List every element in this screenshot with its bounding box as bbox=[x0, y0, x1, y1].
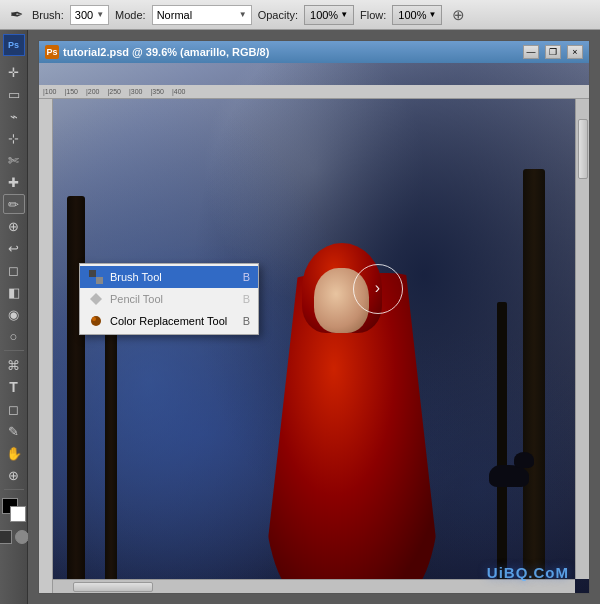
brush-tool-menu-icon bbox=[88, 269, 104, 285]
crop-tool-btn[interactable]: ⊹ bbox=[3, 128, 25, 148]
flow-label: Flow: bbox=[360, 9, 386, 21]
menu-item-pencil-tool[interactable]: Pencil Tool B bbox=[80, 288, 258, 310]
color-replacement-icon bbox=[88, 313, 104, 329]
mode-label: Mode: bbox=[115, 9, 146, 21]
canvas-area[interactable]: Ps tutorial2.psd @ 39.6% (amarillo, RGB/… bbox=[28, 30, 600, 604]
gradient-tool-btn[interactable]: ◧ bbox=[3, 282, 25, 302]
flow-value: 100% bbox=[398, 9, 426, 21]
canvas-figure bbox=[202, 173, 482, 593]
pencil-tool-menu-icon bbox=[88, 291, 104, 307]
v-scrollbar[interactable] bbox=[575, 99, 589, 579]
svg-rect-1 bbox=[96, 277, 103, 284]
mode-dropdown[interactable]: Normal ▼ bbox=[152, 5, 252, 25]
v-ruler bbox=[39, 99, 53, 593]
wolf-silhouette bbox=[484, 452, 534, 487]
clone-tool-btn[interactable]: ⊕ bbox=[3, 216, 25, 236]
marquee-tool-btn[interactable]: ▭ bbox=[3, 84, 25, 104]
brush-size-arrow: ▼ bbox=[96, 10, 104, 19]
blur-tool-btn[interactable]: ◉ bbox=[3, 304, 25, 324]
tree-right-1 bbox=[523, 169, 545, 593]
v-scrollbar-thumb[interactable] bbox=[578, 119, 588, 179]
canvas-titlebar: Ps tutorial2.psd @ 39.6% (amarillo, RGB/… bbox=[39, 41, 589, 63]
eyedropper-tool-btn[interactable]: ✄ bbox=[3, 150, 25, 170]
menu-item-brush-tool[interactable]: Brush Tool B bbox=[80, 266, 258, 288]
healing-tool-btn[interactable]: ✚ bbox=[3, 172, 25, 192]
opacity-input[interactable]: 100% ▼ bbox=[304, 5, 354, 25]
context-menu: Brush Tool B Pencil Tool B bbox=[79, 263, 259, 335]
zoom-tool-btn[interactable]: ⊕ bbox=[3, 465, 25, 485]
h-scrollbar-thumb[interactable] bbox=[73, 582, 153, 592]
menu-item-color-replacement[interactable]: Color Replacement Tool B bbox=[80, 310, 258, 332]
pen-tool-icon[interactable]: ✒ bbox=[6, 5, 26, 25]
history-tool-btn[interactable]: ↩ bbox=[3, 238, 25, 258]
opacity-value: 100% bbox=[310, 9, 338, 21]
wolf-body bbox=[489, 465, 529, 487]
brush-size-dropdown[interactable]: 300 ▼ bbox=[70, 5, 109, 25]
left-toolbar: Ps ✛ ▭ ⌁ ⊹ ✄ ✚ ✏ ⊕ ↩ ◻ ◧ ◉ ○ ⌘ T ◻ ✎ ✋ ⊕ bbox=[0, 30, 28, 604]
svg-marker-2 bbox=[90, 293, 102, 305]
eraser-tool-btn[interactable]: ◻ bbox=[3, 260, 25, 280]
dodge-tool-btn[interactable]: ○ bbox=[3, 326, 25, 346]
svg-point-3 bbox=[91, 316, 101, 326]
quickmask-btn[interactable] bbox=[15, 530, 29, 544]
window-close-btn[interactable]: × bbox=[567, 45, 583, 59]
lasso-tool-btn[interactable]: ⌁ bbox=[3, 106, 25, 126]
brush-tool-btn[interactable]: ✏ bbox=[3, 194, 25, 214]
opacity-label: Opacity: bbox=[258, 9, 298, 21]
toolbar-divider-2 bbox=[4, 489, 24, 490]
pencil-tool-label: Pencil Tool bbox=[110, 293, 237, 305]
svg-point-4 bbox=[92, 317, 96, 321]
mode-arrow: ▼ bbox=[239, 10, 247, 19]
tree-left-1 bbox=[67, 196, 85, 594]
svg-rect-0 bbox=[89, 270, 96, 277]
canvas-image[interactable]: |100 |150 |200 |250 |300 |350 |400 bbox=[39, 63, 589, 593]
h-scrollbar[interactable] bbox=[53, 579, 575, 593]
watermark: UiBQ.CoM bbox=[487, 564, 569, 581]
airbrush-icon[interactable]: ⊕ bbox=[452, 6, 465, 24]
top-toolbar: ✒ Brush: 300 ▼ Mode: Normal ▼ Opacity: 1… bbox=[0, 0, 600, 30]
brush-label: Brush: bbox=[32, 9, 64, 21]
opacity-arrow: ▼ bbox=[340, 10, 348, 19]
standard-mode-btn[interactable] bbox=[0, 530, 12, 544]
ps-file-icon: Ps bbox=[45, 45, 59, 59]
notes-tool-btn[interactable]: ✎ bbox=[3, 421, 25, 441]
wolf-head bbox=[514, 452, 534, 468]
color-replacement-shortcut: B bbox=[243, 315, 250, 327]
window-restore-btn[interactable]: ❐ bbox=[545, 45, 561, 59]
flow-arrow: ▼ bbox=[429, 10, 437, 19]
ps-logo: Ps bbox=[3, 34, 25, 56]
window-minimize-btn[interactable]: — bbox=[523, 45, 539, 59]
mode-value: Normal bbox=[157, 9, 236, 21]
brush-tool-shortcut: B bbox=[243, 271, 250, 283]
brush-size-value: 300 bbox=[75, 9, 93, 21]
canvas-window: Ps tutorial2.psd @ 39.6% (amarillo, RGB/… bbox=[38, 40, 590, 594]
fg-bg-colors[interactable] bbox=[2, 498, 26, 522]
hand-tool-btn[interactable]: ✋ bbox=[3, 443, 25, 463]
pencil-tool-shortcut: B bbox=[243, 293, 250, 305]
move-tool-btn[interactable]: ✛ bbox=[3, 62, 25, 82]
flow-input[interactable]: 100% ▼ bbox=[392, 5, 442, 25]
background-color[interactable] bbox=[10, 506, 26, 522]
main-area: Ps ✛ ▭ ⌁ ⊹ ✄ ✚ ✏ ⊕ ↩ ◻ ◧ ◉ ○ ⌘ T ◻ ✎ ✋ ⊕ bbox=[0, 30, 600, 604]
figure-body bbox=[232, 213, 452, 593]
color-replacement-label: Color Replacement Tool bbox=[110, 315, 237, 327]
toolbar-divider bbox=[4, 350, 24, 351]
figure-face bbox=[314, 268, 369, 333]
shape-tool-btn[interactable]: ◻ bbox=[3, 399, 25, 419]
pen-tool-btn[interactable]: ⌘ bbox=[3, 355, 25, 375]
brush-tool-label: Brush Tool bbox=[110, 271, 237, 283]
tree-right-2 bbox=[497, 302, 507, 594]
text-tool-btn[interactable]: T bbox=[3, 377, 25, 397]
h-ruler: |100 |150 |200 |250 |300 |350 |400 bbox=[39, 85, 589, 99]
canvas-title: tutorial2.psd @ 39.6% (amarillo, RGB/8) bbox=[63, 46, 517, 58]
